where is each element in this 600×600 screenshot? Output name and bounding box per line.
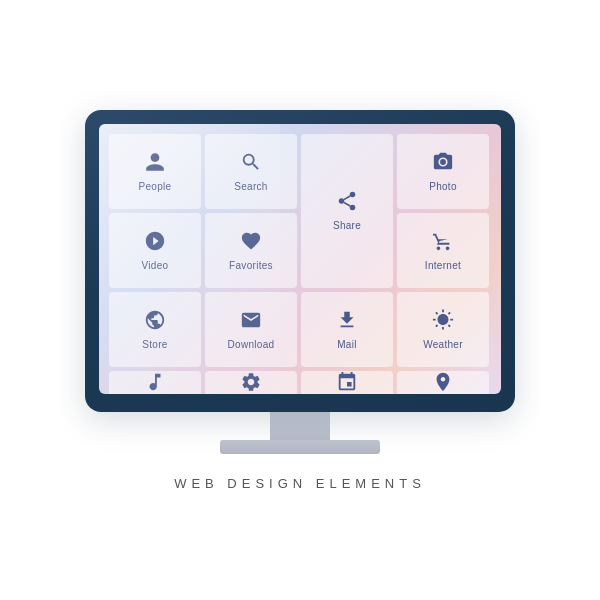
tile-favorites[interactable]: Favorites	[205, 213, 297, 288]
camera-icon	[432, 151, 454, 177]
tile-internet-label: Store	[142, 339, 167, 350]
calendar-icon	[336, 371, 358, 394]
tile-maps[interactable]: Maps	[397, 371, 489, 394]
tile-store-label: Internet	[425, 260, 461, 271]
play-icon	[144, 230, 166, 256]
page-title: WEB DESIGN ELEMENTS	[174, 476, 426, 491]
music-icon	[144, 371, 166, 394]
tile-mail-label: Download	[228, 339, 275, 350]
tile-share-label: Share	[333, 220, 361, 231]
monitor-outer: People Search Share	[85, 110, 515, 412]
svg-point-0	[350, 192, 356, 198]
tile-weather[interactable]: Weather	[397, 292, 489, 367]
monitor-base	[220, 440, 380, 454]
tile-video-label: Video	[142, 260, 169, 271]
tile-services[interactable]: Services	[205, 371, 297, 394]
tiles-grid: People Search Share	[99, 124, 501, 394]
svg-point-1	[339, 198, 345, 204]
share-icon	[336, 190, 358, 216]
tile-store[interactable]: Internet	[397, 213, 489, 288]
tile-download-label: Mail	[337, 339, 357, 350]
sun-icon	[432, 309, 454, 335]
person-icon	[144, 151, 166, 177]
tile-search[interactable]: Search	[205, 134, 297, 209]
tile-favorites-label: Favorites	[229, 260, 273, 271]
tile-people[interactable]: People	[109, 134, 201, 209]
tile-photo[interactable]: Photo	[397, 134, 489, 209]
heart-icon	[240, 230, 262, 256]
tile-weather-label: Weather	[423, 339, 463, 350]
monitor-wrapper: People Search Share	[85, 110, 515, 491]
tile-download[interactable]: Mail	[301, 292, 393, 367]
tile-video[interactable]: Video	[109, 213, 201, 288]
monitor-screen: People Search Share	[99, 124, 501, 394]
download-icon	[336, 309, 358, 335]
mail-icon	[240, 309, 262, 335]
svg-line-3	[344, 202, 350, 206]
gear-icon	[240, 371, 262, 394]
tile-music[interactable]: Music	[109, 371, 201, 394]
tile-search-label: Search	[234, 181, 268, 192]
tile-calendar[interactable]: Calendar	[301, 371, 393, 394]
search-icon	[240, 151, 262, 177]
cart-icon	[432, 230, 454, 256]
globe-icon	[144, 309, 166, 335]
tile-internet[interactable]: Store	[109, 292, 201, 367]
pin-icon	[432, 371, 454, 394]
svg-point-2	[350, 205, 356, 211]
tile-share[interactable]: Share	[301, 134, 393, 288]
tile-photo-label: Photo	[429, 181, 457, 192]
svg-line-4	[344, 196, 350, 200]
tile-people-label: People	[139, 181, 172, 192]
monitor-neck	[270, 412, 330, 440]
tile-mail[interactable]: Download	[205, 292, 297, 367]
